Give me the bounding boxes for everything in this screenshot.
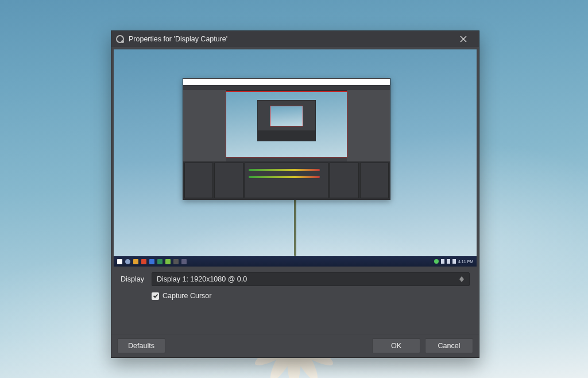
app-icon-5: [173, 259, 179, 264]
capture-cursor-label[interactable]: Capture Cursor: [163, 292, 211, 300]
capture-cursor-checkbox[interactable]: [152, 292, 159, 300]
app-icon-6: [181, 259, 187, 264]
obs-icon: [116, 35, 124, 43]
defaults-button[interactable]: Defaults: [117, 338, 165, 353]
dialog-titlebar[interactable]: Properties for 'Display Capture': [111, 31, 479, 47]
app-icon-1: [141, 259, 146, 264]
dialog-title: Properties for 'Display Capture': [129, 35, 227, 43]
cortana-icon: [125, 259, 130, 264]
tray-time: 4:11 PM: [458, 260, 473, 264]
start-icon: [117, 259, 122, 264]
select-stepper-icon: [458, 275, 466, 283]
dialog-button-bar: Defaults OK Cancel: [111, 334, 479, 357]
preview-inner-window: [183, 78, 390, 200]
display-row: Display Display 1: 1920x1080 @ 0,0: [121, 272, 470, 286]
check-icon: [153, 293, 158, 299]
display-select[interactable]: Display 1: 1920x1080 @ 0,0: [152, 272, 470, 286]
app-icon-4: [165, 259, 171, 264]
app-icon-3: [157, 259, 163, 264]
capture-cursor-row: Capture Cursor: [121, 292, 470, 300]
display-select-value: Display 1: 1920x1080 @ 0,0: [157, 275, 247, 283]
system-tray: 4:11 PM: [434, 259, 473, 264]
preview-taskbar: 4:11 PM: [114, 256, 477, 267]
cancel-button[interactable]: Cancel: [425, 338, 473, 353]
properties-form: Display Display 1: 1920x1080 @ 0,0 Captu…: [114, 267, 477, 303]
close-icon: [460, 36, 467, 43]
properties-dialog: Properties for 'Display Capture': [111, 30, 479, 358]
ok-button[interactable]: OK: [372, 338, 420, 353]
explorer-icon: [133, 259, 138, 264]
close-button[interactable]: [451, 31, 475, 47]
display-label: Display: [121, 275, 145, 283]
source-preview: 4:11 PM: [114, 49, 477, 267]
app-icon-2: [149, 259, 154, 264]
